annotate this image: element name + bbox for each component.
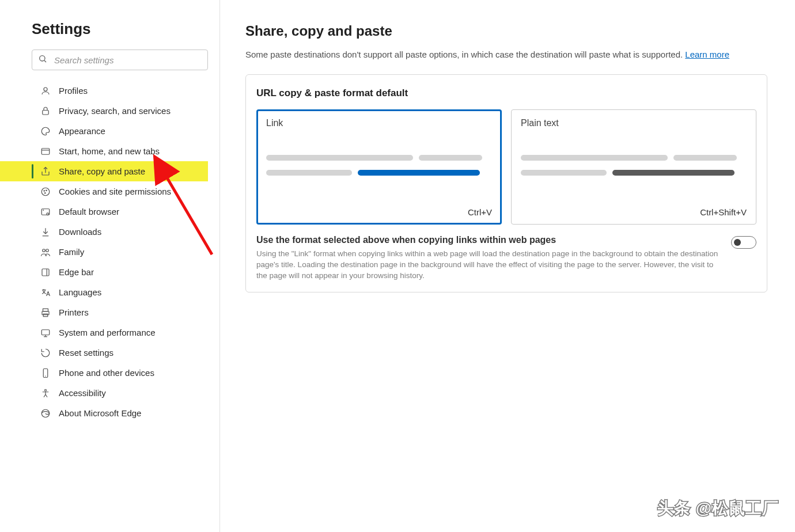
family-icon [40, 247, 51, 257]
svg-point-15 [46, 249, 49, 252]
search-input[interactable] [54, 55, 202, 65]
sidebar-item-about-microsoft-edge[interactable]: About Microsoft Edge [0, 403, 208, 423]
sidebar-item-label: Phone and other devices [59, 368, 154, 378]
toggle-desc: Using the "Link" format when copying lin… [256, 249, 720, 282]
svg-point-0 [40, 56, 45, 61]
paint-icon [40, 126, 51, 136]
format-options: LinkCtrl+VPlain textCtrl+Shift+V [256, 109, 756, 225]
svg-point-26 [45, 389, 47, 391]
format-card: URL copy & paste format default LinkCtrl… [245, 74, 767, 292]
format-option-plain-text[interactable]: Plain textCtrl+Shift+V [511, 109, 756, 225]
sidebar-item-edge-bar[interactable]: Edge bar [0, 262, 208, 282]
toggle-switch[interactable] [731, 236, 756, 249]
svg-point-7 [41, 188, 50, 196]
accessibility-icon [40, 388, 51, 398]
sidebar-item-reset-settings[interactable]: Reset settings [0, 343, 208, 363]
svg-rect-11 [41, 208, 50, 215]
svg-rect-21 [41, 329, 50, 335]
search-icon [38, 54, 47, 66]
sidebar-item-downloads[interactable]: Downloads [0, 222, 208, 242]
option-preview [521, 155, 747, 185]
cookie-icon [40, 187, 51, 197]
phone-icon [40, 368, 51, 378]
option-label: Plain text [521, 118, 747, 128]
svg-line-1 [44, 60, 46, 62]
sidebar-item-label: Default browser [59, 207, 119, 216]
sidebar: Settings ProfilesPrivacy, search, and se… [0, 0, 220, 532]
option-label: Link [266, 118, 492, 128]
sidebar-item-family[interactable]: Family [0, 242, 208, 262]
option-preview [266, 155, 492, 185]
sidebar-item-languages[interactable]: Languages [0, 282, 208, 302]
nav-list: ProfilesPrivacy, search, and servicesApp… [0, 81, 208, 423]
sidebar-item-label: Printers [59, 307, 89, 317]
sidebar-item-label: System and performance [59, 328, 156, 337]
edge-icon [40, 408, 51, 419]
sidebar-item-cookies-and-site-permissions[interactable]: Cookies and site permissions [0, 181, 208, 202]
format-option-link[interactable]: LinkCtrl+V [256, 109, 502, 225]
option-shortcut: Ctrl+V [266, 193, 492, 217]
sidebar-item-label: Edge bar [59, 267, 94, 277]
system-icon [40, 328, 51, 338]
toggle-title: Use the format selected above when copyi… [256, 235, 720, 245]
sidebar-item-appearance[interactable]: Appearance [0, 121, 208, 141]
svg-point-2 [44, 88, 47, 91]
svg-point-9 [46, 190, 47, 191]
svg-rect-18 [43, 309, 48, 311]
svg-rect-3 [43, 110, 49, 115]
sidebar-item-label: About Microsoft Edge [59, 408, 141, 418]
sidebar-item-phone-and-other-devices[interactable]: Phone and other devices [0, 363, 208, 383]
sidebar-item-start-home-and-new-tabs[interactable]: Start, home, and new tabs [0, 141, 208, 161]
main: Share, copy and paste Some paste destina… [220, 0, 795, 532]
learn-more-link[interactable]: Learn more [685, 50, 729, 59]
window-icon [40, 146, 51, 157]
svg-point-14 [43, 249, 46, 252]
sidebar-item-profiles[interactable]: Profiles [0, 81, 208, 101]
share-icon [40, 166, 51, 177]
sidebar-item-printers[interactable]: Printers [0, 302, 208, 322]
sidebar-item-accessibility[interactable]: Accessibility [0, 383, 208, 403]
page-desc-text: Some paste destinations don't support al… [245, 50, 685, 59]
sidebar-item-label: Accessibility [59, 388, 106, 398]
svg-rect-4 [41, 148, 50, 154]
sidebar-item-label: Share, copy and paste [59, 166, 145, 176]
watermark: 头条 @松鼠工厂 [657, 497, 779, 519]
profile-icon [40, 86, 51, 96]
card-title: URL copy & paste format default [256, 88, 756, 99]
svg-point-12 [43, 210, 44, 210]
svg-rect-20 [43, 314, 48, 317]
language-icon [40, 287, 51, 298]
search-field[interactable] [32, 50, 208, 70]
sidebar-item-label: Profiles [59, 86, 88, 96]
page-description: Some paste destinations don't support al… [245, 50, 767, 59]
printer-icon [40, 307, 51, 318]
sidebar-item-label: Start, home, and new tabs [59, 146, 160, 156]
option-shortcut: Ctrl+Shift+V [521, 193, 747, 217]
sidebar-item-label: Cookies and site permissions [59, 187, 171, 196]
lock-icon [40, 106, 51, 116]
svg-point-13 [47, 212, 49, 215]
page-title: Share, copy and paste [245, 23, 767, 39]
svg-point-10 [45, 192, 46, 193]
sidebar-item-label: Downloads [59, 227, 101, 237]
sidebar-item-default-browser[interactable]: Default browser [0, 202, 208, 222]
sidebar-item-label: Reset settings [59, 348, 113, 358]
toggle-row: Use the format selected above when copyi… [256, 235, 756, 282]
edgebar-icon [40, 267, 51, 278]
sidebar-item-label: Appearance [59, 126, 105, 136]
download-icon [40, 227, 51, 237]
settings-title: Settings [32, 20, 208, 38]
sidebar-item-label: Privacy, search, and services [59, 106, 171, 116]
svg-point-8 [44, 190, 45, 191]
svg-rect-16 [42, 269, 49, 276]
sidebar-item-share-copy-and-paste[interactable]: Share, copy and paste [0, 161, 208, 181]
sidebar-item-label: Languages [59, 287, 101, 297]
browser-icon [40, 207, 51, 217]
sidebar-item-privacy-search-and-services[interactable]: Privacy, search, and services [0, 101, 208, 121]
sidebar-item-label: Family [59, 247, 84, 257]
reset-icon [40, 348, 51, 358]
sidebar-item-system-and-performance[interactable]: System and performance [0, 322, 208, 343]
